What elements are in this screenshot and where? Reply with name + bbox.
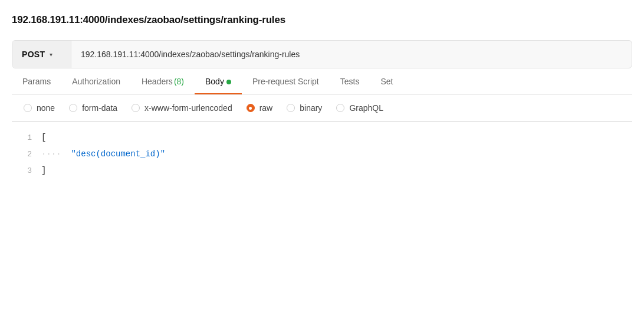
radio-none[interactable] <box>24 104 32 112</box>
option-raw[interactable]: raw <box>247 103 273 113</box>
option-graphql-label: GraphQL <box>349 103 383 113</box>
url-input[interactable] <box>71 50 632 59</box>
radio-urlencoded[interactable] <box>132 104 140 112</box>
method-label: POST <box>22 50 45 59</box>
chevron-down-icon: ▾ <box>50 51 52 58</box>
code-line-2: 2 ···· "desc(document_id)" <box>12 146 632 162</box>
option-urlencoded-label: x-www-form-urlencoded <box>144 103 232 113</box>
code-editor[interactable]: 1 [ 2 ···· "desc(document_id)" 3 ] <box>12 122 632 216</box>
code-string-value: "desc(document_id)" <box>71 149 165 159</box>
tabs-bar: Params Authorization Headers(8) Body Pre… <box>12 68 632 95</box>
option-binary[interactable]: binary <box>287 103 322 113</box>
option-raw-label: raw <box>259 103 273 113</box>
radio-graphql[interactable] <box>336 104 344 112</box>
tab-headers[interactable]: Headers(8) <box>131 68 195 94</box>
tab-tests[interactable]: Tests <box>330 68 370 94</box>
line-number-2: 2 <box>12 146 41 163</box>
tab-authorization[interactable]: Authorization <box>61 68 131 94</box>
tab-pre-request-script[interactable]: Pre-request Script <box>242 68 330 94</box>
tab-body[interactable]: Body <box>195 68 242 94</box>
option-binary-label: binary <box>300 103 322 113</box>
option-urlencoded[interactable]: x-www-form-urlencoded <box>132 103 232 113</box>
body-options-bar: none form-data x-www-form-urlencoded raw… <box>12 95 632 122</box>
code-indent-dots: ···· <box>41 149 71 159</box>
tab-settings[interactable]: Set <box>370 68 403 94</box>
option-form-data[interactable]: form-data <box>69 103 117 113</box>
radio-binary[interactable] <box>287 104 295 112</box>
body-active-dot <box>226 80 231 84</box>
line-content-3: ] <box>41 162 632 179</box>
method-selector[interactable]: POST ▾ <box>12 41 71 68</box>
option-form-data-label: form-data <box>82 103 117 113</box>
headers-badge: (8) <box>174 77 184 86</box>
radio-raw[interactable] <box>247 104 255 112</box>
line-number-1: 1 <box>12 130 41 146</box>
option-graphql[interactable]: GraphQL <box>336 103 383 113</box>
code-line-1: 1 [ <box>12 129 632 146</box>
option-none[interactable]: none <box>24 103 55 113</box>
line-content-2: ···· "desc(document_id)" <box>41 146 632 162</box>
radio-form-data[interactable] <box>69 104 77 112</box>
code-line-3: 3 ] <box>12 162 632 179</box>
line-content-1: [ <box>41 129 632 146</box>
request-bar: POST ▾ <box>12 40 632 68</box>
page-url-title: 192.168.191.11:4000/indexes/zaobao/setti… <box>12 14 632 26</box>
tab-params[interactable]: Params <box>12 68 61 94</box>
option-none-label: none <box>37 103 55 113</box>
line-number-3: 3 <box>12 163 41 179</box>
